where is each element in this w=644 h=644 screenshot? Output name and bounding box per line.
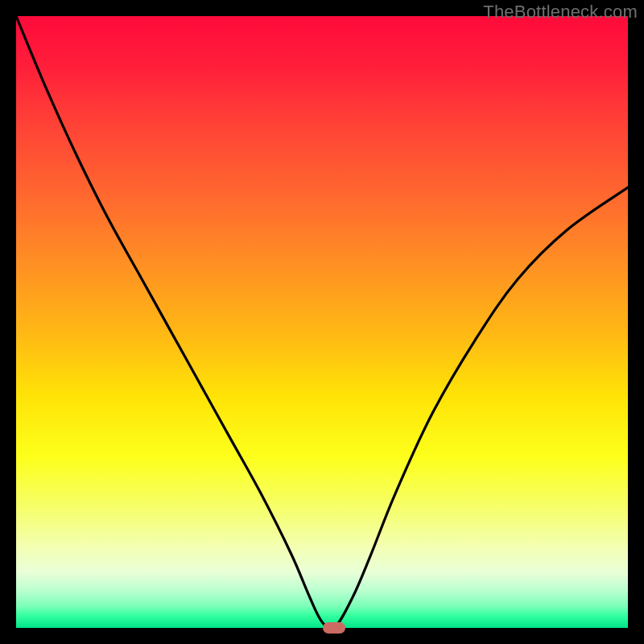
- bottleneck-curve: [16, 16, 628, 628]
- chart-container: TheBottleneck.com: [0, 0, 644, 644]
- plot-area: [16, 16, 628, 628]
- watermark-text: TheBottleneck.com: [483, 2, 638, 23]
- curve-path: [16, 16, 628, 628]
- minimum-marker: [323, 622, 345, 634]
